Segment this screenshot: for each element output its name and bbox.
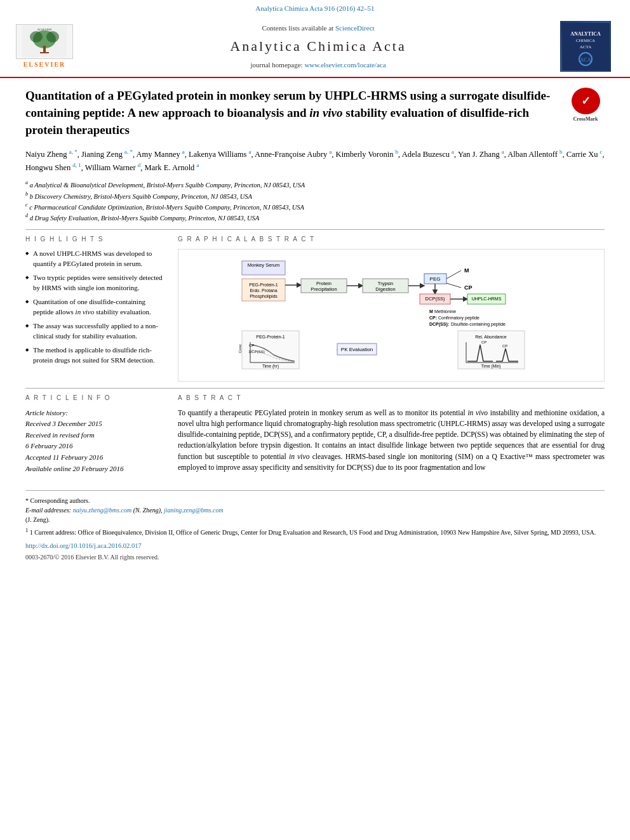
- svg-text:Monkey Serum: Monkey Serum: [248, 262, 279, 268]
- email-label: E-mail addresses: naiyu.zheng@bms.com (N…: [25, 507, 224, 514]
- highlight-item-3: Quantitation of one disulfide-containing…: [25, 297, 165, 317]
- divider-2: [25, 388, 605, 389]
- svg-text:PK Evaluation: PK Evaluation: [341, 347, 373, 352]
- divider-1: [25, 229, 605, 230]
- svg-text:DCP(SS):: DCP(SS):: [429, 322, 449, 327]
- email2-link[interactable]: jianing.zeng@bms.com: [164, 507, 224, 514]
- svg-text:PEG-Protein-1: PEG-Protein-1: [249, 283, 278, 287]
- elsevier-logo: ELSEVIER ELSEVIER: [13, 24, 76, 69]
- journal-center: Contents lists available at ScienceDirec…: [76, 23, 560, 70]
- journal-logo-right: ANALYTICA CHIMICA ACTA ACA: [560, 21, 611, 72]
- homepage-link[interactable]: www.elsevier.com/locate/aca: [304, 61, 385, 69]
- authors-text: Naiyu Zheng a, *, Jianing Zeng a, *, Amy…: [25, 150, 605, 172]
- svg-text:CP: CP: [249, 343, 254, 347]
- affiliation-a: a a Analytical & Bioanalytical Developme…: [25, 179, 605, 190]
- affiliation-d: d d Drug Safety Evaluation, Bristol-Myer…: [25, 212, 605, 223]
- svg-text:CP:: CP:: [429, 316, 437, 320]
- svg-text:PEG-Protein-1: PEG-Protein-1: [256, 335, 285, 339]
- abstract-paragraph: To quantify a therapeutic PEGylated prot…: [178, 408, 605, 474]
- crossmark-label: CrossMark: [573, 116, 598, 123]
- authors-section: Naiyu Zheng a, *, Jianing Zeng a, *, Amy…: [25, 147, 605, 174]
- svg-text:Protein: Protein: [316, 281, 332, 286]
- svg-text:CP: CP: [502, 344, 507, 348]
- content-area: Quantitation of a PEGylated protein in m…: [0, 78, 630, 568]
- svg-line-30: [446, 270, 461, 279]
- journal-title: Analytica Chimica Acta: [76, 37, 560, 57]
- oxidation-text: oxidation: [570, 409, 597, 417]
- address-note: 1 1 Current address: Office of Bioequiva…: [25, 527, 605, 537]
- highlight-item-4: The assay was successfully applied to a …: [25, 321, 165, 342]
- citation-bar: Analytica Chimica Acta 916 (2016) 42–51: [0, 0, 630, 16]
- received-revised: Received in revised form6 February 2016: [25, 430, 165, 452]
- svg-text:CP: CP: [464, 284, 473, 291]
- svg-text:Confirmatory peptide: Confirmatory peptide: [438, 316, 479, 321]
- highlights-list: A novel UHPLC-HRMS was developed to quan…: [25, 249, 165, 365]
- sciencedirect-prefix: Contents lists available at: [262, 24, 335, 32]
- homepage-prefix: journal homepage:: [250, 61, 304, 69]
- article-info-col: A R T I C L E I N F O Article history: R…: [25, 394, 165, 475]
- history-title: Article history:: [25, 408, 165, 419]
- highlights-graphical-row: H I G H L I G H T S A novel UHPLC-HRMS w…: [25, 235, 605, 381]
- graphical-abstract-col: G R A P H I C A L A B S T R A C T Monkey…: [178, 235, 605, 381]
- footer-notes: * Corresponding authors. E-mail addresse…: [25, 490, 605, 562]
- aca-logo-svg: ANALYTICA CHIMICA ACTA ACA: [562, 23, 610, 70]
- svg-text:Rel. Abundance: Rel. Abundance: [475, 335, 507, 339]
- svg-text:ELSEVIER: ELSEVIER: [37, 28, 51, 31]
- svg-text:CP: CP: [481, 340, 486, 344]
- highlight-item-1: A novel UHPLC-HRMS was developed to quan…: [25, 249, 165, 269]
- svg-text:CHIMICA: CHIMICA: [575, 38, 594, 43]
- svg-text:Disulfide-containing peptide: Disulfide-containing peptide: [451, 322, 506, 327]
- graphical-abstract-label: G R A P H I C A L A B S T R A C T: [178, 235, 605, 244]
- highlights-col: H I G H L I G H T S A novel UHPLC-HRMS w…: [25, 235, 165, 381]
- email1-link[interactable]: naiyu.zheng@bms.com: [73, 507, 132, 514]
- ga-svg: Monkey Serum PEG-Protein-1 Erdo. Protana…: [184, 255, 599, 372]
- title-section: Quantitation of a PEGylated protein in m…: [25, 88, 605, 138]
- sciencedirect-line: Contents lists available at ScienceDirec…: [76, 23, 560, 33]
- doi-text: http://dx.doi.org/10.1016/j.aca.2016.02.…: [25, 542, 142, 549]
- svg-text:Conc: Conc: [238, 344, 242, 353]
- svg-text:Methionine: Methionine: [434, 309, 456, 314]
- svg-text:Trypsin: Trypsin: [378, 281, 393, 286]
- info-abstract-row: A R T I C L E I N F O Article history: R…: [25, 394, 605, 481]
- svg-text:Digestion: Digestion: [375, 286, 395, 292]
- svg-text:DCP(SS): DCP(SS): [426, 296, 445, 302]
- affiliations-section: a a Analytical & Bioanalytical Developme…: [25, 179, 605, 223]
- doi-line[interactable]: http://dx.doi.org/10.1016/j.aca.2016.02.…: [25, 541, 605, 551]
- svg-point-3: [46, 31, 59, 43]
- svg-rect-5: [40, 52, 49, 53]
- abstract-text: To quantify a therapeutic PEGylated prot…: [178, 408, 605, 474]
- copyright-line: 0003-2670/© 2016 Elsevier B.V. All right…: [25, 552, 605, 562]
- svg-line-32: [446, 283, 461, 288]
- highlight-item-5: The method is applicable to disulfide ri…: [25, 345, 165, 366]
- homepage-line: journal homepage: www.elsevier.com/locat…: [76, 60, 560, 70]
- svg-text:PEG: PEG: [430, 276, 441, 282]
- svg-text:Time (Min): Time (Min): [481, 364, 501, 369]
- affiliation-c: c c Pharmaceutical Candidate Optimizatio…: [25, 201, 605, 212]
- svg-text:M: M: [429, 309, 433, 314]
- crossmark-badge[interactable]: ✓ CrossMark: [566, 88, 605, 123]
- email2-name: (J. Zeng).: [25, 515, 605, 524]
- svg-text:DCP(SS): DCP(SS): [249, 350, 265, 354]
- graphical-abstract-diagram: Monkey Serum PEG-Protein-1 Erdo. Protana…: [178, 249, 605, 381]
- svg-text:UHPLC-HRMS: UHPLC-HRMS: [472, 297, 502, 301]
- elsevier-tree-svg: ELSEVIER: [22, 25, 67, 57]
- received-date: Received 3 December 2015: [25, 418, 165, 430]
- page: Analytica Chimica Acta 916 (2016) 42–51 …: [0, 0, 630, 840]
- title-text: Quantitation of a PEGylated protein in m…: [25, 89, 550, 136]
- svg-text:ACTA: ACTA: [579, 44, 591, 50]
- abstract-label: A B S T R A C T: [178, 394, 605, 403]
- article-info-label: A R T I C L E I N F O: [25, 394, 165, 403]
- svg-text:M: M: [464, 267, 469, 274]
- svg-text:Phospholipids: Phospholipids: [250, 294, 278, 299]
- article-title: Quantitation of a PEGylated protein in m…: [25, 88, 605, 138]
- sciencedirect-link[interactable]: ScienceDirect: [335, 24, 375, 32]
- available-date: Available online 20 February 2016: [25, 463, 165, 475]
- article-history: Article history: Received 3 December 201…: [25, 408, 165, 475]
- citation-text: Analytica Chimica Acta 916 (2016) 42–51: [255, 4, 374, 12]
- abstract-col: A B S T R A C T To quantify a therapeuti…: [178, 394, 605, 481]
- svg-text:Time (hr): Time (hr): [262, 364, 279, 369]
- crossmark-icon: ✓: [572, 88, 600, 114]
- svg-text:ANALYTICA: ANALYTICA: [570, 31, 601, 37]
- svg-point-2: [30, 31, 43, 43]
- elsevier-label: ELSEVIER: [23, 60, 66, 69]
